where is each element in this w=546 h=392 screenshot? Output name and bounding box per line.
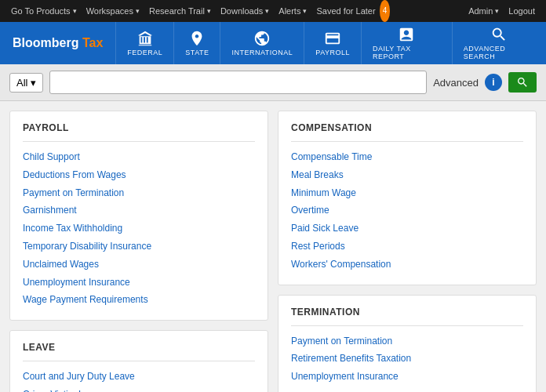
alerts-link[interactable]: Alerts ▾ — [274, 0, 311, 22]
state-label: State — [185, 49, 209, 56]
payroll-link-1[interactable]: Deductions From Wages — [23, 166, 255, 184]
nav-international[interactable]: International — [220, 22, 304, 64]
payroll-card: PAYROLL Child Support Deductions From Wa… — [9, 111, 268, 321]
nav-icons: Federal State International Payroll Dail… — [115, 22, 546, 64]
right-column: COMPENSATION Compensable Time Meal Break… — [278, 111, 537, 392]
search-input-area — [49, 71, 427, 94]
research-trail-caret: ▾ — [207, 0, 211, 22]
nav-federal[interactable]: Federal — [115, 22, 173, 64]
compensation-divider — [291, 141, 523, 142]
federal-label: Federal — [127, 49, 162, 56]
payroll-title: PAYROLL — [23, 122, 255, 133]
nav-advanced-search[interactable]: Advanced Search — [452, 22, 546, 64]
payroll-link-6[interactable]: Unclaimed Wages — [23, 256, 255, 274]
payroll-link-4[interactable]: Income Tax Withholding — [23, 220, 255, 238]
info-icon: i — [492, 77, 494, 88]
payroll-link-8[interactable]: Wage Payment Requirements — [23, 291, 255, 309]
compensation-link-5[interactable]: Rest Periods — [291, 238, 523, 256]
search-input[interactable] — [56, 77, 420, 89]
compensation-link-4[interactable]: Paid Sick Leave — [291, 220, 523, 238]
header-bar: Bloomberg Tax Federal State Internationa… — [0, 22, 546, 64]
termination-title: TERMINATION — [291, 307, 523, 318]
alerts-caret: ▾ — [303, 0, 307, 22]
payroll-divider — [23, 141, 255, 142]
compensation-title: COMPENSATION — [291, 122, 523, 133]
downloads-link[interactable]: Downloads ▾ — [216, 0, 274, 22]
compensation-link-6[interactable]: Workers' Compensation — [291, 256, 523, 274]
termination-link-0[interactable]: Payment on Termination — [291, 332, 523, 350]
search-dropdown[interactable]: All ▾ — [9, 73, 43, 93]
search-bar: All ▾ Advanced i — [0, 64, 546, 101]
search-dropdown-label: All — [16, 77, 27, 89]
info-button[interactable]: i — [485, 74, 502, 91]
downloads-caret: ▾ — [265, 0, 269, 22]
left-column: PAYROLL Child Support Deductions From Wa… — [9, 111, 268, 392]
payroll-link-5[interactable]: Temporary Disability Insurance — [23, 238, 255, 256]
international-label: International — [231, 49, 293, 56]
goto-products-link[interactable]: Go To Products ▾ — [6, 0, 82, 22]
termination-divider — [291, 325, 523, 326]
search-dropdown-caret: ▾ — [31, 77, 36, 89]
workspaces-link[interactable]: Workspaces ▾ — [82, 0, 144, 22]
main-content: PAYROLL Child Support Deductions From Wa… — [0, 101, 546, 392]
compensation-link-1[interactable]: Meal Breaks — [291, 166, 523, 184]
state-icon — [188, 30, 206, 47]
international-icon — [253, 30, 271, 47]
leave-card: LEAVE Court and Jury Duty Leave Crime Vi… — [9, 330, 268, 392]
leave-divider — [23, 361, 255, 361]
leave-title: LEAVE — [23, 342, 255, 353]
payroll-link-7[interactable]: Unemployment Insurance — [23, 274, 255, 292]
federal-icon — [136, 30, 154, 47]
nav-payroll[interactable]: Payroll — [304, 22, 361, 64]
logo-tax: Tax — [82, 36, 103, 49]
logout-link[interactable]: Logout — [504, 0, 540, 22]
termination-card: TERMINATION Payment on Termination Retir… — [278, 295, 537, 392]
advanced-link[interactable]: Advanced — [433, 77, 479, 89]
admin-caret: ▾ — [495, 0, 499, 22]
leave-link-0[interactable]: Court and Jury Duty Leave — [23, 368, 255, 386]
admin-link[interactable]: Admin ▾ — [464, 0, 504, 22]
logo-text: Bloomberg Tax — [13, 36, 103, 50]
payroll-icon — [324, 30, 341, 47]
leave-link-1[interactable]: Crime Victim Leave — [23, 386, 255, 392]
payroll-link-3[interactable]: Garnishment — [23, 201, 255, 220]
daily-tax-report-label: Daily Tax Report — [373, 45, 441, 60]
compensation-link-3[interactable]: Overtime — [291, 201, 523, 220]
search-icon — [516, 76, 529, 89]
research-trail-link[interactable]: Research Trail ▾ — [144, 0, 216, 22]
termination-link-2[interactable]: Unemployment Insurance — [291, 368, 523, 386]
payroll-link-0[interactable]: Child Support — [23, 148, 255, 166]
advanced-search-icon — [490, 26, 508, 43]
saved-for-later-badge: 4 — [380, 0, 391, 22]
daily-tax-report-icon — [398, 26, 415, 43]
compensation-link-0[interactable]: Compensable Time — [291, 148, 523, 166]
payroll-link-2[interactable]: Payment on Termination — [23, 184, 255, 202]
nav-daily-tax-report[interactable]: Daily Tax Report — [361, 22, 452, 64]
nav-state[interactable]: State — [173, 22, 220, 64]
termination-link-1[interactable]: Retirement Benefits Taxation — [291, 350, 523, 368]
advanced-search-label: Advanced Search — [464, 45, 535, 60]
compensation-link-2[interactable]: Minimum Wage — [291, 184, 523, 202]
payroll-label: Payroll — [315, 49, 350, 56]
top-nav: Go To Products ▾ Workspaces ▾ Research T… — [0, 0, 546, 22]
goto-products-caret: ▾ — [73, 0, 77, 22]
search-button[interactable] — [508, 72, 537, 93]
logo-area: Bloomberg Tax — [0, 22, 115, 64]
workspaces-caret: ▾ — [136, 0, 140, 22]
compensation-card: COMPENSATION Compensable Time Meal Break… — [278, 111, 537, 285]
saved-for-later-link[interactable]: Saved for Later 4 — [311, 0, 395, 22]
